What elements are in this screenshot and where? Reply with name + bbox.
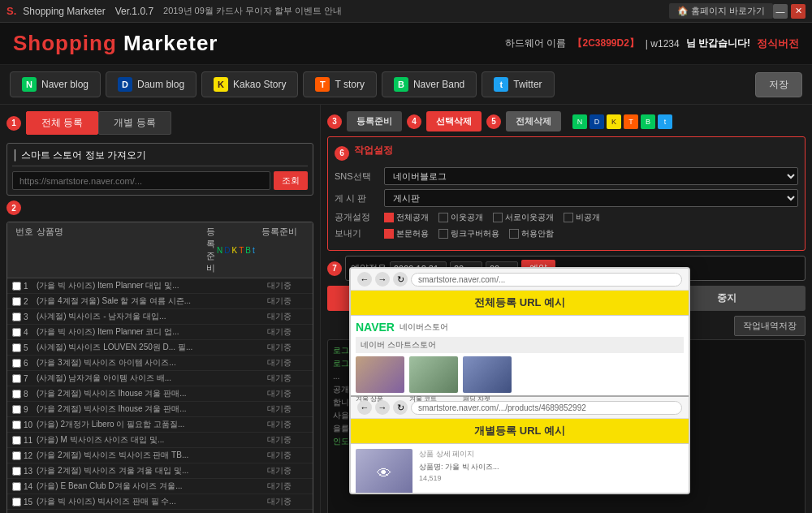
tab-all-reg[interactable]: 전체 등록 bbox=[26, 111, 98, 135]
row-checkbox[interactable] bbox=[12, 451, 21, 460]
row-num: 10 bbox=[12, 420, 37, 429]
minimize-button[interactable]: — bbox=[773, 4, 788, 19]
mini-kakao-icon: K bbox=[607, 114, 621, 129]
save-button[interactable]: 저장 bbox=[755, 72, 802, 97]
version-badge: 정식버전 bbox=[757, 37, 799, 51]
send-link-option[interactable]: 링크구버허용 bbox=[438, 228, 499, 239]
tab-naver-blog[interactable]: N Naver blog bbox=[10, 71, 101, 97]
popup-refresh-btn-2[interactable]: ↻ bbox=[393, 400, 408, 415]
row-checkbox[interactable] bbox=[12, 359, 21, 368]
table-row: 3 (사계절) 빅사이즈 - 남자겨울 대입... 대기중 bbox=[7, 309, 313, 325]
popup-forward-btn-2[interactable]: → bbox=[375, 400, 390, 415]
tstory-icon: T bbox=[315, 77, 330, 92]
smart-store-box: │ 스마트 스토어 정보 가져오기 조회 bbox=[6, 143, 313, 196]
row-checkbox[interactable] bbox=[12, 390, 21, 399]
row-checkbox[interactable] bbox=[12, 282, 21, 291]
window-controls: — ✕ bbox=[773, 4, 806, 19]
row-checkbox[interactable] bbox=[12, 420, 21, 429]
popup-nav-bar-2: ← → ↻ smartstore.naver.com/.../products/… bbox=[351, 397, 689, 419]
mini-daum-icon: D bbox=[590, 114, 604, 129]
row-checkbox[interactable] bbox=[12, 405, 21, 414]
tab-daum-label: Daum blog bbox=[137, 79, 184, 90]
tab-kakao-story[interactable]: K Kakao Story bbox=[201, 71, 298, 97]
select-delete-button[interactable]: 선택삭제 bbox=[426, 111, 482, 131]
sns-select-label: SNS선택 bbox=[335, 170, 379, 183]
tab-kakao-label: Kakao Story bbox=[233, 79, 286, 90]
row-name: (사계절) 빅사이즈 LOUVEN 250원 D... 필... bbox=[37, 342, 206, 353]
product-section-header: 2 bbox=[6, 200, 313, 215]
action-row: 3 등록준비 4 선택삭제 5 전체삭제 N D K T B t bbox=[327, 111, 806, 131]
circle-1: 1 bbox=[6, 116, 21, 131]
row-num: 11 bbox=[12, 436, 37, 445]
close-button[interactable]: ✕ bbox=[791, 4, 806, 19]
circle-5: 5 bbox=[486, 114, 501, 129]
row-name: (가을) M 빅사이즈 사이즈 대입 및... bbox=[37, 434, 206, 446]
row-name: (가을 빅 사이즈) Item Planner 코디 업... bbox=[37, 326, 206, 338]
row-checkbox[interactable] bbox=[12, 374, 21, 383]
popup-back-btn-1[interactable]: ← bbox=[357, 272, 372, 287]
row-status: 대기중 bbox=[251, 326, 308, 338]
home-button[interactable]: 🏠 홈페이지 바로가기 bbox=[669, 3, 773, 19]
public-neighbor-option[interactable]: 이웃공개 bbox=[438, 212, 483, 223]
popup-body-2: 👁 상품 상세 페이지 상품명: 가을 빅 사이즈... 14,519 bbox=[351, 444, 689, 494]
product-section: 번호 상품명 등록준비 N D K T B t 등록준비 1 (가을 빅 사이즈… bbox=[6, 222, 313, 513]
row-checkbox[interactable] bbox=[12, 328, 21, 337]
row-status: 대기중 bbox=[251, 388, 308, 399]
tab-twitter[interactable]: t Twitter bbox=[482, 71, 554, 97]
col-header-num: 번호 bbox=[12, 226, 37, 274]
public-private-option[interactable]: 비공개 bbox=[564, 212, 600, 223]
popup-back-btn-2[interactable]: ← bbox=[357, 400, 372, 415]
popup-refresh-btn-1[interactable]: ↻ bbox=[393, 272, 408, 287]
col-header-name: 상품명 bbox=[37, 226, 206, 274]
naver-blog-icon: N bbox=[22, 77, 37, 92]
send-deny-option[interactable]: 허용안함 bbox=[509, 228, 554, 239]
row-status: 대기중 bbox=[251, 280, 308, 291]
table-row: 14 (가을) E Bean Club D겨울 사이즈 겨울... 대기중 bbox=[7, 479, 313, 494]
tab-naver-band[interactable]: B Naver Band bbox=[382, 71, 477, 97]
header-title-marketer: Marketer bbox=[123, 31, 218, 55]
row-name: (사계절) 빅사이즈 - 남자겨울 대입... bbox=[37, 311, 206, 322]
popup-forward-btn-1[interactable]: → bbox=[375, 272, 390, 287]
sns-select-wrapper[interactable]: 네이버블로그 bbox=[384, 167, 798, 185]
public-settings-row: 공개설정 전체공개 이웃공개 서로이웃공개 비공개 bbox=[335, 211, 798, 223]
row-checkbox[interactable] bbox=[12, 482, 21, 491]
row-status: 대기중 bbox=[251, 295, 308, 307]
send-body-option[interactable]: 본문허용 bbox=[384, 228, 429, 239]
sns-select-row: SNS선택 네이버블로그 bbox=[335, 167, 798, 185]
row-status: 대기중 bbox=[251, 342, 308, 353]
row-num: 6 bbox=[12, 359, 37, 368]
board-select[interactable]: 게시판 bbox=[384, 189, 798, 207]
reg-ready-button[interactable]: 등록준비 bbox=[347, 111, 402, 131]
save-log-button[interactable]: 작업내역저장 bbox=[734, 316, 806, 336]
table-row: 6 (가을 3계절) 빅사이즈 아이템 사이즈... 대기중 bbox=[7, 356, 313, 371]
title-bar: S. Shopping Marketer Ver.1.0.7 2019년 09월… bbox=[0, 0, 812, 23]
product-list[interactable]: 1 (가을 빅 사이즈) Item Planner 대입 및... 대기중 2 … bbox=[7, 278, 313, 513]
board-select-wrapper[interactable]: 게시판 bbox=[384, 189, 798, 207]
row-checkbox[interactable] bbox=[12, 297, 21, 306]
row-checkbox[interactable] bbox=[12, 343, 21, 352]
delete-all-button[interactable]: 전체삭제 bbox=[506, 111, 561, 131]
row-num: 8 bbox=[12, 390, 37, 399]
row-checkbox[interactable] bbox=[12, 436, 21, 445]
mini-tstory-icon: T bbox=[624, 114, 638, 129]
sns-select[interactable]: 네이버블로그 bbox=[384, 167, 798, 185]
table-row: 10 (가을) 2개정가 Libero 이 필요합 고품질... 대기중 bbox=[7, 417, 313, 433]
row-num: 9 bbox=[12, 405, 37, 414]
public-mutual-option[interactable]: 서로이웃공개 bbox=[493, 212, 554, 223]
row-checkbox[interactable] bbox=[12, 467, 21, 476]
public-all-option[interactable]: 전체공개 bbox=[384, 212, 429, 223]
url-input[interactable] bbox=[12, 171, 270, 190]
tab-t-story[interactable]: T T story bbox=[303, 71, 376, 97]
row-num: 15 bbox=[12, 498, 37, 507]
hw-label: 하드웨어 이름 bbox=[505, 37, 566, 50]
col-header-reg: 등록준비 N D K T B t bbox=[206, 226, 251, 274]
url-search-button[interactable]: 조회 bbox=[274, 171, 308, 190]
popup-url-2: smartstore.naver.com/.../products/468985… bbox=[411, 401, 682, 415]
row-num: 3 bbox=[12, 313, 37, 321]
row-checkbox[interactable] bbox=[12, 313, 21, 321]
tab-individual-reg[interactable]: 개별 등록 bbox=[98, 111, 171, 135]
row-status: 대기중 bbox=[251, 311, 308, 322]
app-logo: S. bbox=[6, 5, 16, 17]
row-checkbox[interactable] bbox=[12, 498, 21, 507]
tab-daum-blog[interactable]: D Daum blog bbox=[106, 71, 197, 97]
